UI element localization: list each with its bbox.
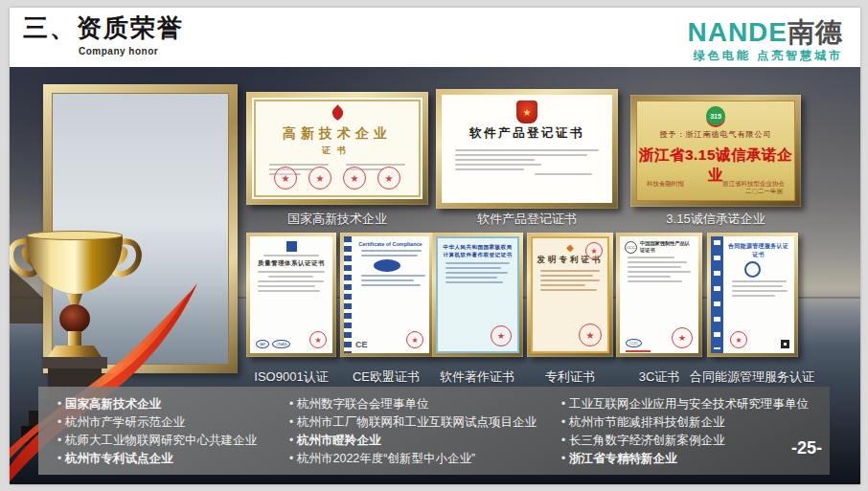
red-seal-icon: ★ <box>585 242 603 259</box>
certificate-patent: ★ ◆ 发明专利证书 ★ <box>527 233 613 357</box>
certificate-caption: 合同能源管理服务认证 <box>666 368 838 386</box>
ce-mark-icon: CE <box>355 340 368 349</box>
page-title: 三、资质荣誉 <box>23 11 184 45</box>
red-seal-icon: ★ <box>730 331 747 348</box>
certificate-title: 高新技术企业 <box>256 125 419 143</box>
page-number: -25- <box>791 438 822 458</box>
text-lines <box>724 280 794 297</box>
certificate-software-copyright: 中华人民共和国国家版权局 计算机软件著作权登记证书 ★ <box>432 233 523 357</box>
certificate-caption: 软件产品登记证书 <box>431 211 623 228</box>
accreditation-marks: IAF CNAS <box>256 340 290 348</box>
national-emblem-icon: ★ <box>516 100 537 123</box>
honor-item: •杭州市2022年度“创新型中小企业” <box>286 450 558 468</box>
red-seal-icon: ★ <box>579 324 602 346</box>
red-seal-icon: ★ <box>377 167 400 190</box>
certificate-3c: CCC 中国国家强制性产品认证证书 CQC ★ <box>616 233 702 357</box>
slide-header: 三、资质荣誉 Company honor NANDE南德 绿色电能 点亮智慧城市 <box>10 8 860 67</box>
certificate-caption: 国家高新技术企业 <box>241 211 433 228</box>
slide-canvas: 三、资质荣誉 Company honor NANDE南德 绿色电能 点亮智慧城市… <box>10 8 860 484</box>
award-to-text: 授予：浙江南德电气有限公司 <box>637 129 794 140</box>
certificate-year: 二〇二一年届 <box>745 188 783 196</box>
certificate-title-top: 中华人民共和国国家版权局 <box>438 244 517 251</box>
red-seal-icon: ★ <box>308 167 331 190</box>
qr-code-icon <box>781 340 789 348</box>
honor-item: •杭州市节能减排科技创新企业 <box>558 413 830 432</box>
honor-item: •国家高新技术企业 <box>54 395 284 413</box>
honor-item: •杭州市瞪羚企业 <box>286 432 558 450</box>
honors-column-2: •杭州数字联合会理事单位 •杭州市工厂物联网和工业互联网试点项目企业 •杭州市瞪… <box>286 395 558 468</box>
certificate-energy-management: 合同能源管理服务认证证书 ★ <box>707 233 798 357</box>
honor-item: •杭州市专利试点企业 <box>54 450 284 468</box>
certificate-caption: 3.15诚信承诺企业 <box>620 211 811 228</box>
cnas-mark-icon: CNAS <box>272 340 290 348</box>
certificate-title: 合同能源管理服务认证证书 <box>725 242 791 259</box>
red-seal-icon: ★ <box>491 325 512 346</box>
honor-item: •浙江省专精特新企业 <box>558 450 830 468</box>
certificate-title: 中国国家强制性产品认证证书 <box>640 240 695 254</box>
honors-column-3: •工业互联网企业应用与安全技术研究理事单位 •杭州市节能减排科技创新企业 •长三… <box>558 395 830 468</box>
iaf-mark-icon: IAF <box>256 340 269 348</box>
red-seal-icon: ★ <box>309 331 327 348</box>
certificate-ce: Certificate of Compliance CE ★ <box>340 233 433 357</box>
certificate-title: 计算机软件著作权登记证书 <box>438 252 517 258</box>
text-lines <box>354 250 429 257</box>
honor-item: •工业互联网企业应用与安全技术研究理事单位 <box>558 395 830 413</box>
certificate-subtitle: 证书 <box>256 145 419 157</box>
red-seal-icon: ★ <box>406 331 423 348</box>
logo-text-en: NANDE <box>687 17 788 47</box>
text-lines <box>533 270 607 291</box>
text-lines <box>250 271 332 292</box>
flame-icon <box>331 104 345 121</box>
cert-body-logo-icon <box>744 261 761 278</box>
certificate-software-product: ★ 软件产品登记证书 <box>436 89 618 209</box>
ce-side-band <box>344 236 352 353</box>
honor-item: •杭师大工业物联网研究中心共建企业 <box>54 432 284 450</box>
text-lines <box>620 257 698 282</box>
brand-tagline: 绿色电能 点亮智慧城市 <box>694 48 843 64</box>
certificate-iso9001: 质量管理体系认证证书 IAF CNAS ★ <box>246 233 336 357</box>
badge-315-icon: 315 <box>706 106 725 125</box>
iso-emblem-icon <box>286 241 297 252</box>
company-logo: NANDE南德 <box>687 14 843 51</box>
ems-side-band <box>711 236 723 353</box>
certificate-high-tech-enterprise: 高新技术企业 证书 ★ ★ ★ ★ <box>246 92 428 205</box>
red-text-line <box>626 350 651 352</box>
honors-panel: •国家高新技术企业 •杭州市产学研示范企业 •杭师大工业物联网研究中心共建企业 … <box>38 387 830 475</box>
red-seal-icon: ★ <box>274 167 297 190</box>
honor-item: •杭州数字联合会理事单位 <box>286 395 558 413</box>
certificate-title: 质量管理体系认证证书 <box>250 259 332 268</box>
ccc-mark-icon: CCC <box>625 241 637 254</box>
honor-item: •杭州市工厂物联网和工业互联网试点项目企业 <box>286 413 558 432</box>
seal-row: ★ ★ ★ ★ <box>256 167 419 190</box>
honors-column-1: •国家高新技术企业 •杭州市产学研示范企业 •杭师大工业物联网研究中心共建企业 … <box>54 395 284 468</box>
text-lines <box>442 142 612 175</box>
logo-text-cn: 南德 <box>788 17 843 47</box>
certificate-315-integrity: 315 授予：浙江南德电气有限公司 浙江省3.15诚信承诺企业 科技金融时报 浙… <box>630 95 801 207</box>
text-lines <box>354 275 429 286</box>
honor-item: •杭州市产学研示范企业 <box>54 413 284 432</box>
cqc-logo-icon: CQC <box>626 339 642 347</box>
notified-body-logo-icon <box>374 259 400 272</box>
red-seal-icon: ★ <box>343 167 366 190</box>
certificate-title: 软件产品登记证书 <box>442 125 612 142</box>
certificate-title: Certificate of Compliance <box>355 241 425 247</box>
text-lines <box>438 262 517 283</box>
page-subtitle: Company honor <box>79 46 158 56</box>
red-seal-icon: ★ <box>672 327 693 348</box>
honor-item: •长三角数字经济创新案例企业 <box>558 432 830 450</box>
